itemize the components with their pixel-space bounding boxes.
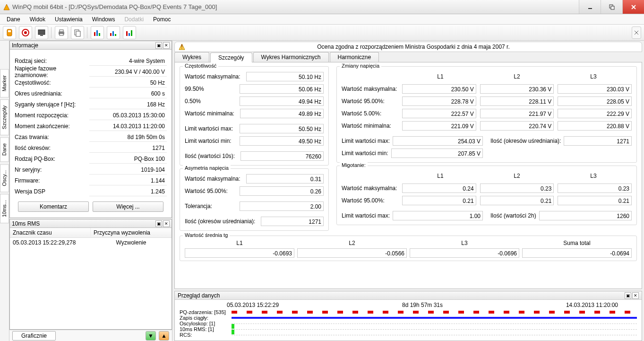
menu-windows[interactable]: Windows xyxy=(88,15,119,24)
overview-panel: Przegląd danych ▣ ✕ 05.03.2013 15:22:29 … xyxy=(174,291,642,341)
sidetab-marker[interactable]: Marker xyxy=(0,69,9,97)
tg-val-sum: -0.0694 xyxy=(522,248,632,258)
flicker-row: Wartość maksymalna:0.240.230.23 xyxy=(342,182,632,194)
arrow-up-button[interactable]: ▲ xyxy=(159,331,169,341)
voltage-row: Wartość maksymalna:230.50 V230.36 V230.0… xyxy=(342,83,632,95)
track-line[interactable] xyxy=(232,317,637,319)
info-row: Częstotliwość:50 Hz xyxy=(15,77,167,88)
toolbar-monitor-icon[interactable] xyxy=(35,26,48,39)
comment-button[interactable]: Komentarz xyxy=(18,201,89,212)
info-value: PQ-Box 100 xyxy=(89,154,167,164)
graph-button[interactable]: Graficznie xyxy=(12,331,56,341)
tg-col-l3: L3 xyxy=(410,240,519,246)
asym-row: Wartość maksymalna:0.31 xyxy=(185,173,324,185)
info-row: Okres uśredniania:600 s xyxy=(15,88,167,99)
panel-close-button[interactable]: ✕ xyxy=(163,220,170,227)
info-label: Wersja DSP xyxy=(15,188,89,195)
track-line[interactable] xyxy=(232,311,637,314)
group-title: Wartość średnia tg xyxy=(183,232,230,238)
sidetab-oscy[interactable]: Oscy... xyxy=(0,164,9,192)
arrow-down-button[interactable]: ▼ xyxy=(146,331,156,341)
track-oscilloscope: Oscyloskop: [1] xyxy=(180,321,232,326)
info-label: Czas trwania: xyxy=(15,134,89,140)
group-title: Zmiany napięcia xyxy=(340,63,381,69)
toolbar-device-icon[interactable] xyxy=(3,26,16,39)
voltage-value: 230.50 V xyxy=(402,84,476,94)
menu-widok[interactable]: Widok xyxy=(26,15,49,24)
left-bottom-bar: Graficznie ▼ ▲ xyxy=(9,330,172,341)
svg-rect-19 xyxy=(99,33,100,36)
maximize-button[interactable] xyxy=(601,0,622,14)
info-value: 230.94 V / 400.00 V xyxy=(89,67,167,77)
toolbar-print-icon[interactable] xyxy=(55,26,68,39)
toolbar-chart1-icon[interactable] xyxy=(91,26,104,39)
sidetab-dane[interactable]: Dane xyxy=(0,137,9,162)
info-row: Wersja DSP1.245 xyxy=(15,186,167,197)
menu-dane[interactable]: Dane xyxy=(3,15,24,24)
voltage-label: Wartość 95.00%: xyxy=(342,98,398,105)
toolbar-panel-close[interactable] xyxy=(632,26,641,39)
tab-wykres[interactable]: Wykres xyxy=(174,52,209,62)
freq-row: Ilość (wartości 10s):76260 xyxy=(185,150,324,162)
rms-col-time[interactable]: Znacznik czasu xyxy=(10,228,91,237)
panel-close-button[interactable]: ✕ xyxy=(632,292,639,299)
freq-value: 50.10 Hz xyxy=(246,72,324,81)
svg-point-9 xyxy=(24,31,27,34)
assessment-title: Ocena zgodna z rozporządzeniem Ministra … xyxy=(189,44,638,50)
toolbar-copy-icon[interactable] xyxy=(71,26,84,39)
tg-val-l1: -0.0693 xyxy=(185,248,294,258)
menubar: Dane Widok Ustawienia Windows Dodatki Po… xyxy=(0,14,644,25)
menu-dodatki[interactable]: Dodatki xyxy=(120,15,147,24)
info-label: Ilość okresów: xyxy=(15,145,89,151)
svg-rect-11 xyxy=(40,35,43,36)
limit-max-value: 254.03 V xyxy=(393,136,483,146)
info-value: 1271 xyxy=(89,143,167,153)
svg-text:!: ! xyxy=(181,44,182,50)
toolbar-chart2-icon[interactable] xyxy=(107,26,120,39)
freq-label: Limit wartości min: xyxy=(185,138,232,144)
svg-rect-16 xyxy=(76,31,80,36)
tg-col-sum: Suma total xyxy=(522,240,632,246)
toolbar-sep xyxy=(51,27,52,38)
info-row: Moment rozpoczęcia:05.03.2013 15:30:00 xyxy=(15,110,167,121)
panel-pin-button[interactable]: ▣ xyxy=(155,220,162,227)
tg-col-l1: L1 xyxy=(185,240,294,246)
track-pq-events: PQ-zdarzenia: [535] xyxy=(180,309,232,315)
panel-pin-button[interactable]: ▣ xyxy=(625,292,631,299)
tab-harmoniczne[interactable]: Harmoniczne xyxy=(330,52,379,62)
freq-label: Wartość maksymalna: xyxy=(185,73,240,80)
sidetab-szczegoly[interactable]: Szczegóły xyxy=(0,99,9,135)
panel-pin-button[interactable]: ▣ xyxy=(155,42,162,49)
tab-wykres-harmonicznych[interactable]: Wykres Harmonicznych xyxy=(253,52,329,62)
info-label: Okres uśredniania: xyxy=(15,90,89,97)
voltage-value: 228.11 V xyxy=(480,96,554,106)
more-button[interactable]: Więcej ... xyxy=(93,201,163,212)
rms-col-reason[interactable]: Przyczyna wyzwolenia xyxy=(91,228,172,237)
info-row: Ilość okresów:1271 xyxy=(15,142,167,153)
asym-value: 0.26 xyxy=(240,186,324,196)
info-label: Napięcie fazowe znamionowe: xyxy=(15,65,89,79)
toolbar-sep xyxy=(87,27,88,38)
close-button[interactable] xyxy=(622,0,644,14)
track-line[interactable] xyxy=(232,335,637,335)
menu-ustawienia[interactable]: Ustawienia xyxy=(51,15,86,24)
rms-row[interactable]: 05.03.2013 15:22:29,278 Wyzwolenie xyxy=(10,238,172,247)
tab-szczegoly[interactable]: Szczegóły xyxy=(210,52,252,62)
col-l1: L1 xyxy=(402,173,479,179)
toolbar-record-icon[interactable] xyxy=(19,26,32,39)
track-line[interactable] xyxy=(232,324,637,324)
toolbar-chart3-icon[interactable] xyxy=(123,26,136,39)
voltage-value: 220.88 V xyxy=(558,121,632,131)
track-line[interactable] xyxy=(232,329,637,330)
panel-close-button[interactable]: ✕ xyxy=(163,42,170,49)
voltage-value: 220.74 V xyxy=(480,121,554,131)
rms-panel-title: 10ms RMS xyxy=(12,220,40,227)
minimize-button[interactable] xyxy=(579,0,601,14)
info-value: 05.03.2013 15:30:00 xyxy=(89,111,167,120)
app-icon xyxy=(3,3,10,11)
limit-min-label: Limit wartości min: xyxy=(342,150,388,157)
freq-row: Wartość minimalna:49.89 Hz xyxy=(185,107,324,120)
sidetab-10ms[interactable]: 10ms... xyxy=(0,194,9,223)
menu-pomoc[interactable]: Pomoc xyxy=(149,15,174,24)
voltage-row: Wartość minimalna:221.09 V220.74 V220.88… xyxy=(342,120,632,132)
